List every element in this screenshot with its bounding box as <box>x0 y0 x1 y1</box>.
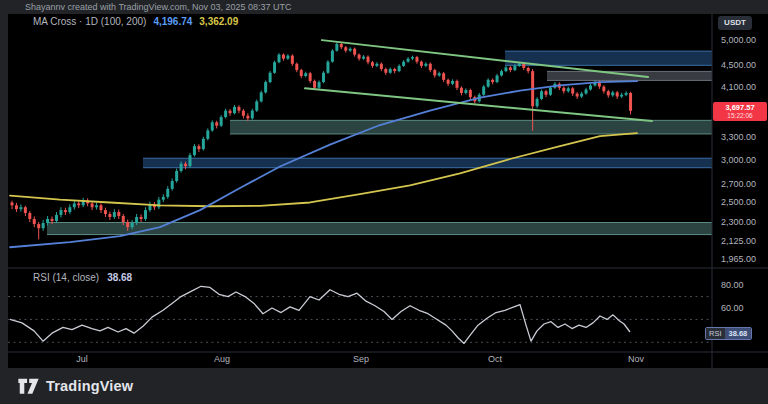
candle-body <box>344 47 347 50</box>
candle-body <box>362 57 365 59</box>
candle-body <box>442 73 445 80</box>
candle-body <box>246 116 249 119</box>
candle-body <box>251 111 254 119</box>
candle-body <box>233 107 236 113</box>
candle-body <box>540 91 543 99</box>
candle-body <box>447 80 450 84</box>
candle-body <box>415 57 418 62</box>
indicator-legend-ma-cross[interactable]: MA Cross · 1D (100, 200) 4,196.74 3,362.… <box>33 16 238 27</box>
candle-body <box>309 73 312 81</box>
support-zone-2250 <box>47 223 712 235</box>
attribution-bar: Shayannv created with TradingView.com, N… <box>0 0 768 14</box>
candle-body <box>144 210 147 219</box>
candle-body <box>611 92 614 95</box>
candle-body <box>322 73 325 82</box>
price-axis[interactable] <box>712 14 768 352</box>
candle-body <box>126 222 129 227</box>
candle-body <box>460 88 463 93</box>
rsi-badge-value: 38.68 <box>725 328 752 339</box>
candle-body <box>91 203 94 207</box>
candle-body <box>335 44 338 51</box>
candle-body <box>42 223 45 228</box>
candle-body <box>193 146 196 155</box>
candle-body <box>464 90 467 93</box>
candle-body <box>616 92 619 96</box>
support-zone-3000 <box>143 158 712 167</box>
candle-body <box>184 164 187 166</box>
candle-body <box>180 164 183 171</box>
footer: TradingView <box>0 368 768 404</box>
ma200-value: 3,362.09 <box>199 16 238 27</box>
candle-body <box>100 205 103 210</box>
countdown-timer: 15:22:06 <box>713 112 767 120</box>
candle-body <box>371 62 374 66</box>
candle-body <box>549 88 552 95</box>
support-zone-3450 <box>230 120 712 134</box>
ma100-value: 4,196.74 <box>153 16 192 27</box>
candle-body <box>264 82 267 92</box>
indicator-legend-rsi[interactable]: RSI (14, close) 38.68 <box>33 272 132 283</box>
candle-body <box>571 88 574 93</box>
candle-body <box>367 57 370 63</box>
candle-body <box>340 44 343 47</box>
candle-body <box>278 55 281 63</box>
candle-body <box>300 70 303 76</box>
candle-body <box>589 85 592 89</box>
rsi-title: RSI (14, close) <box>33 272 99 283</box>
candle-body <box>64 210 67 212</box>
candle-body <box>429 64 432 70</box>
last-price-value: 3,697.57 <box>713 104 767 112</box>
candle-body <box>629 93 632 111</box>
candle-body <box>318 82 321 88</box>
tradingview-brand-text[interactable]: TradingView <box>46 378 133 394</box>
candle-body <box>580 94 583 97</box>
candle-body <box>545 91 548 95</box>
candle-body <box>398 66 401 71</box>
candle-body <box>11 202 14 205</box>
candle-body <box>384 69 387 73</box>
candle-body <box>491 80 494 82</box>
candle-body <box>304 73 307 76</box>
candle-body <box>433 70 436 75</box>
candle-body <box>451 81 454 84</box>
candle-body <box>469 90 472 97</box>
candle-body <box>55 215 58 221</box>
candle-body <box>162 197 165 200</box>
candle-body <box>380 64 383 69</box>
candle-body <box>95 205 98 207</box>
candle-body <box>224 111 227 117</box>
candle-body <box>504 67 507 71</box>
candle-body <box>438 73 441 75</box>
candle-body <box>527 68 530 71</box>
candle-body <box>68 207 71 212</box>
candle-body <box>229 111 232 114</box>
candle-body <box>393 69 396 71</box>
rsi-axis-badge: RSI 38.68 <box>705 327 752 340</box>
last-price-badge: 3,697.57 15:22:06 <box>713 102 767 121</box>
candle-body <box>513 66 516 70</box>
currency-badge[interactable]: USDT <box>718 16 752 30</box>
candle-body <box>424 64 427 66</box>
time-axis[interactable] <box>8 352 768 368</box>
rsi-badge-label: RSI <box>706 328 725 339</box>
candle-body <box>291 56 294 64</box>
candle-body <box>211 122 214 130</box>
candle-body <box>509 67 512 70</box>
candle-body <box>19 207 22 209</box>
candle-body <box>171 181 174 189</box>
candle-body <box>576 94 579 97</box>
candle-body <box>122 216 125 222</box>
tradingview-logo-icon[interactable] <box>18 378 39 395</box>
candle-body <box>353 49 356 55</box>
candle-body <box>313 81 316 88</box>
supply-zone-4500 <box>505 51 712 65</box>
attribution-text: Shayannv created with TradingView.com, N… <box>25 2 291 12</box>
candle-body <box>358 55 361 59</box>
candle-body <box>518 64 521 66</box>
candle-body <box>113 212 116 217</box>
candle-body <box>140 217 143 219</box>
candle-body <box>496 75 499 82</box>
candle-body <box>28 213 31 219</box>
candle-body <box>567 88 570 91</box>
candle-body <box>402 62 405 66</box>
